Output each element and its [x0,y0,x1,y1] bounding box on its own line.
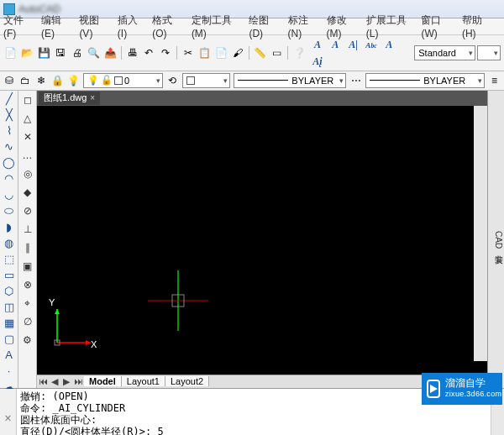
snap-none-icon[interactable]: ∅ [20,314,35,329]
point-icon[interactable]: · [2,364,17,377]
snap-par-icon[interactable]: ∥ [20,240,35,255]
handle-icon: ✕ [4,411,11,424]
area-icon[interactable]: ▭ [270,45,285,60]
text-style-combo[interactable]: Standard [414,45,475,60]
menu-ext[interactable]: 扩展工具(L) [366,13,413,39]
hatch-icon[interactable]: ▦ [2,317,17,329]
tab-last-icon[interactable]: ⏭ [72,376,84,386]
menu-edit[interactable]: 编辑(E) [41,13,71,39]
layer-manager-icon[interactable]: ⛁ [3,74,16,87]
help-icon[interactable]: ❔ [291,45,307,60]
text-a3-icon[interactable]: A [381,37,396,52]
boundary-icon[interactable]: ▢ [2,333,17,345]
ellipse-arc-icon[interactable]: ◗ [2,221,17,233]
snap-mid-icon[interactable]: △ [20,111,35,126]
rectangle-icon[interactable]: ▭ [2,269,17,281]
tab-layout2[interactable]: Layout2 [165,376,209,386]
layout-tabs: ⏮ ◀ ▶ ⏭ Model Layout1 Layout2 [37,375,487,388]
layer-lock-icon[interactable]: 🔒 [51,74,64,87]
print-icon[interactable]: 🖨 [70,45,85,60]
menu-draw[interactable]: 绘图(D) [249,13,279,39]
close-tab-icon[interactable]: × [90,93,95,102]
tab-layout1[interactable]: Layout1 [122,376,165,386]
menu-format[interactable]: 格式(O) [152,13,183,39]
separator [249,46,249,60]
snap-set-icon[interactable]: ⚙ [20,333,35,348]
preview-icon[interactable]: 🔍 [87,45,102,60]
snap-end-icon[interactable]: ◻ [20,92,35,107]
text-a-icon[interactable]: A [310,37,325,52]
text-ascale-icon[interactable]: Aį [310,54,325,69]
text-a2-icon[interactable]: A [328,37,343,52]
arc2-icon[interactable]: ◡ [2,188,17,201]
plot-icon[interactable]: 🖶 [125,45,140,60]
drawing-canvas[interactable]: X Y [37,106,487,375]
drawing-tab[interactable]: 图纸1.dwg × [39,92,100,105]
misc1-icon[interactable]: ⬚ [2,253,17,265]
copy-icon[interactable]: 📋 [197,45,213,60]
snap-perp-icon[interactable]: ⊥ [20,222,35,237]
donut-icon[interactable]: ◍ [2,237,17,249]
color-combo[interactable] [182,73,230,88]
snap-ins-icon[interactable]: ▣ [20,259,35,274]
watermark: 溜溜自学 zixue.3d66.com [422,373,502,405]
layer-prev-icon[interactable]: ⟲ [166,74,179,87]
distance-icon[interactable]: 📏 [253,45,268,60]
menu-file[interactable]: 文件(F) [3,13,33,39]
snap-cen-icon[interactable]: ◎ [20,166,35,181]
paste-icon[interactable]: 📄 [213,45,228,60]
snap-ext-icon[interactable]: … [20,148,35,163]
save-icon[interactable]: 💾 [36,45,51,60]
text-ai-icon[interactable]: A| [346,37,361,52]
vscrollbar[interactable] [474,106,487,361]
ellipse-icon[interactable]: ⬭ [2,204,17,218]
title-text: AutoCAD [18,3,60,15]
linetype-manager-icon[interactable]: ⋯ [349,74,362,87]
menu-help[interactable]: 帮助(H) [462,13,492,39]
polyline-icon[interactable]: ⌇ [2,124,17,137]
snap-tan-icon[interactable]: ⊘ [20,203,35,218]
lineweight-combo[interactable]: BYLAYER [365,73,485,88]
snap-quad-icon[interactable]: ◆ [20,185,35,200]
publish-icon[interactable]: 📤 [102,45,118,60]
polygon-icon[interactable]: ⬡ [2,285,17,297]
linetype-extra-icon[interactable]: ≡ [488,74,501,87]
menu-insert[interactable]: 插入(I) [118,13,144,39]
cut-icon[interactable]: ✂ [181,45,196,60]
layer-states-icon[interactable]: 🗀 [19,74,32,87]
menu-modify[interactable]: 修改(M) [327,13,358,39]
spline-icon[interactable]: ∿ [2,140,17,153]
saveall-icon[interactable]: 🖫 [53,45,68,60]
undo-icon[interactable]: ↶ [142,45,157,60]
rp-0[interactable]: CAD安装 [492,231,504,249]
menu-view[interactable]: 视图(V) [79,13,108,39]
xline-icon[interactable]: ╳ [2,108,17,121]
text-extra-combo[interactable] [477,45,501,60]
tab-model[interactable]: Model [84,376,122,386]
layer-freeze-icon[interactable]: ❄ [35,74,48,87]
layer-on-icon[interactable]: 💡 [67,74,80,87]
redo-icon[interactable]: ↷ [158,45,173,60]
new-icon[interactable]: 📄 [3,45,18,60]
region-icon[interactable]: ◫ [2,301,17,313]
command-text[interactable]: 撤销: (OPEN) 命令: _AI_CYLINDER 圆柱体底面中心: 直径(… [17,389,491,436]
menu-window[interactable]: 窗口(W) [421,13,453,39]
snap-node-icon[interactable]: ⊗ [20,277,35,292]
tab-prev-icon[interactable]: ◀ [49,376,60,387]
circle-icon[interactable]: ◯ [2,156,17,169]
text-abc-icon[interactable]: Abc [364,39,379,54]
open-icon[interactable]: 📂 [20,45,35,60]
layer-combo[interactable]: 💡 🔓 0 [83,73,163,88]
menu-custom[interactable]: 定制工具(M) [192,13,241,39]
snap-int-icon[interactable]: ✕ [20,129,35,144]
arc-icon[interactable]: ◠ [2,172,17,185]
linetype-combo[interactable]: BYLAYER [234,73,346,88]
command-handle[interactable]: ✕ [0,389,17,436]
matchprop-icon[interactable]: 🖌 [230,45,245,60]
line-icon[interactable]: ╱ [2,92,17,105]
text-icon[interactable]: A [2,349,17,361]
menu-dim[interactable]: 标注(N) [288,13,318,39]
tab-first-icon[interactable]: ⏮ [37,376,49,386]
snap-near-icon[interactable]: ⌖ [20,296,35,311]
tab-next-icon[interactable]: ▶ [60,376,72,387]
